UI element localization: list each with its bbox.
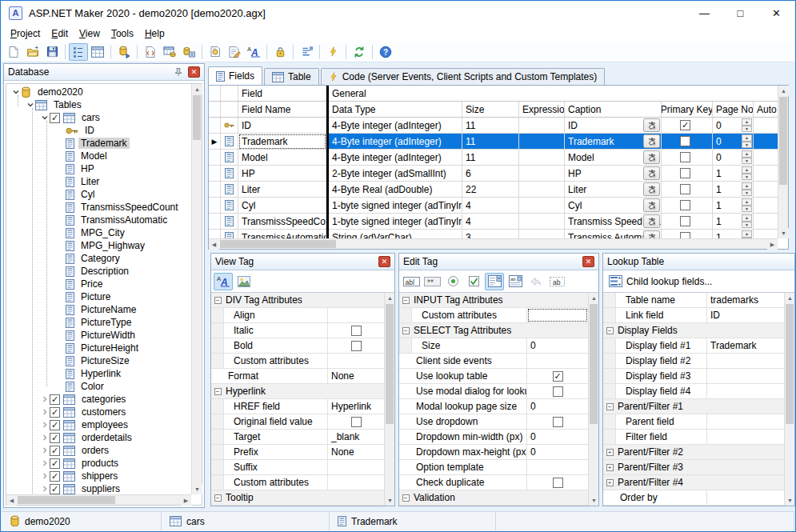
lookup-scrollbar[interactable]: ▲ ▼ [784,293,794,506]
textbox-icon[interactable]: abl [402,273,421,290]
prop-value[interactable]: ✓ [527,369,588,383]
row-selector[interactable] [209,230,221,238]
menu-item-view[interactable]: View [74,26,106,41]
tree-item-suppliers[interactable]: ✓suppliers [6,482,191,494]
cell-page-no[interactable]: 1▲▼ [713,198,754,214]
table-view-button[interactable] [88,43,107,61]
cell-data-type[interactable]: 4-Byte Real (adDouble) [329,182,462,198]
cell-caption[interactable]: Liter [565,182,662,198]
prop-value[interactable] [707,384,784,398]
prop-value[interactable] [707,354,784,368]
prop-group-display-fields[interactable]: −Display Fields [603,323,784,338]
primary-key-checkbox[interactable] [680,184,690,194]
table-checkbox[interactable]: ✓ [50,407,60,418]
tab-table[interactable]: Table [264,68,319,85]
row-selector[interactable] [209,150,221,166]
font-settings-button[interactable]: AA [244,43,263,61]
chevron-down-icon[interactable] [11,88,21,96]
menu-item-project[interactable]: Project [5,26,46,41]
cell-field-name[interactable]: HP [238,166,326,182]
primary-key-checkbox[interactable]: ✓ [680,120,690,130]
collapse-icon[interactable]: − [603,323,616,338]
table-checkbox[interactable]: ✓ [50,458,60,469]
row-selector[interactable] [209,198,221,214]
chevron-right-icon[interactable] [40,446,50,454]
cell-field-name[interactable]: TransmissSpeedCount [238,214,326,230]
tree-item-employees[interactable]: ✓employees [6,418,191,431]
cell-auto[interactable] [754,198,778,214]
prop-value[interactable]: Hyperlink [328,399,384,414]
page-no-spinner[interactable]: ▲▼ [742,118,752,132]
collapse-icon[interactable]: − [603,399,616,414]
chevron-down-icon[interactable] [40,114,50,122]
cell-expression[interactable] [519,182,565,198]
cell-data-type[interactable]: 4-Byte integer (adInteger) [329,134,462,150]
prop-group-tooltip[interactable]: −Tooltip [211,490,384,506]
prop-value[interactable]: 0 [527,430,588,444]
tree-item-field-Description[interactable]: Description [6,265,191,278]
row-selector[interactable] [209,166,221,182]
table-checkbox[interactable]: ✓ [50,420,60,430]
table-checkbox[interactable]: ✓ [50,484,60,494]
table-checkbox[interactable]: ✓ [50,394,60,405]
prop-group-hyperlink[interactable]: −Hyperlink [211,384,384,399]
multi-language-caption-button[interactable] [643,118,660,132]
prop-value[interactable] [328,414,384,429]
cell-data-type[interactable]: String (adVarChar) [329,230,462,238]
tree-item-shippers[interactable]: ✓shippers [6,470,191,482]
multi-language-caption-button[interactable] [643,214,660,228]
cell-field-name[interactable]: Cyl [238,198,326,214]
cell-primary-key[interactable] [662,230,713,238]
image-icon[interactable] [234,273,254,290]
cell-primary-key[interactable] [662,150,713,166]
collapse-icon[interactable]: − [399,490,412,505]
page-no-spinner[interactable]: ▲▼ [742,166,752,180]
prop-group-parent-filter-1[interactable]: −Parent/Filter #1 [603,399,784,414]
cell-size[interactable]: 11 [462,150,519,166]
paste-icon[interactable] [526,273,546,290]
prop-checkbox[interactable] [553,417,563,427]
cell-data-type[interactable]: 2-Byte integer (adSmallInt) [329,166,462,182]
font-icon[interactable]: AA [214,273,233,290]
tree-item-field-PictureType[interactable]: PictureType [6,316,191,329]
cell-size[interactable]: 22 [462,182,519,198]
prop-checkbox[interactable] [553,386,563,397]
cell-expression[interactable] [519,230,565,238]
primary-key-checkbox[interactable] [680,216,690,226]
pin-icon[interactable] [172,66,185,78]
prop-group-validation[interactable]: −Validation [399,490,588,506]
page-no-spinner[interactable]: ▲▼ [742,214,752,228]
multi-language-caption-button[interactable] [643,166,660,180]
menu-item-tools[interactable]: Tools [106,26,139,41]
primary-key-checkbox[interactable] [680,168,690,178]
view-tag-scrollbar[interactable]: ▲ ▼ [384,293,394,506]
tree-item-field-HP[interactable]: HP [6,162,191,175]
open-project-button[interactable] [23,43,42,61]
prop-value[interactable] [328,475,384,490]
tree-item-field-MPG_City[interactable]: MPG_City [6,226,191,239]
cell-page-no[interactable]: 1▲▼ [713,182,754,198]
cell-auto[interactable] [754,150,778,166]
tree-item-field-Category[interactable]: Category [6,252,191,265]
tree-item-field-PictureSize[interactable]: PictureSize [6,354,191,367]
prop-value[interactable] [707,430,784,444]
prop-value[interactable]: Trademark [707,338,784,353]
tree-item-field-Price[interactable]: Price [6,278,191,290]
cell-field-name[interactable]: Liter [238,182,326,198]
prop-value[interactable]: None [328,369,384,383]
prop-value[interactable] [707,490,784,505]
tree-item-categories[interactable]: ✓categories [6,393,191,406]
table-checkbox[interactable]: ✓ [50,471,60,482]
tree-item-field-Trademark[interactable]: Trademark [6,137,191,150]
cell-page-no[interactable]: 0▲▼ [713,134,754,150]
tree-item-field-Color[interactable]: Color [6,380,191,393]
prop-group-parent-filter-4[interactable]: +Parent/Filter #4 [603,475,784,490]
cell-auto[interactable] [754,118,778,134]
prop-value[interactable] [328,338,384,353]
edit-tag-scrollbar[interactable]: ▲ ▼ [588,293,598,506]
prop-group-parent-filter-3[interactable]: +Parent/Filter #3 [603,460,784,475]
page-no-spinner[interactable]: ▲▼ [742,150,752,164]
cell-expression[interactable] [519,134,565,150]
new-project-button[interactable] [4,43,23,61]
table-setup-button[interactable] [160,43,179,61]
